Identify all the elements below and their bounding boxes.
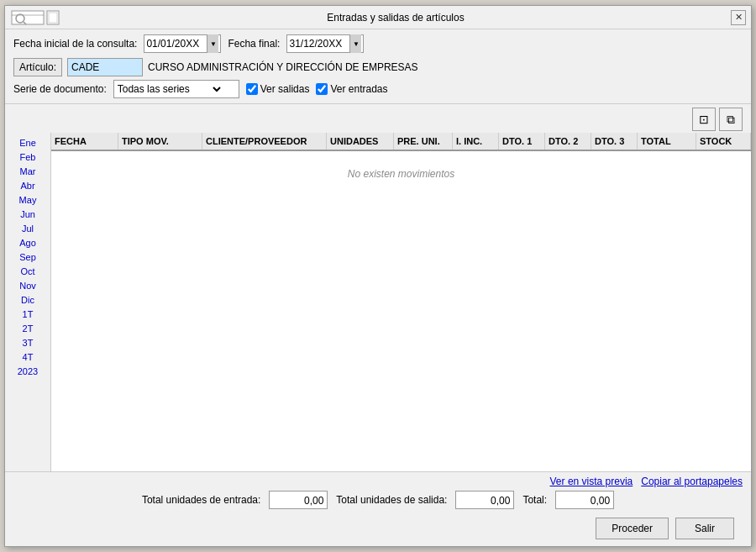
content-area: Ene Feb Mar Abr May Jun Jul Ago Sep Oct … — [5, 133, 751, 471]
th-pre-uni: PRE. UNI. — [394, 133, 453, 150]
title-bar-left — [10, 9, 60, 26]
sidebar-item-2t[interactable]: 2T — [5, 322, 50, 335]
th-unidades: UNIDADES — [327, 133, 394, 150]
copy-icon: ⧉ — [727, 113, 735, 127]
preview-link[interactable]: Ver en vista previa — [550, 476, 633, 487]
copy-link[interactable]: Copiar al portapapeles — [641, 476, 743, 487]
th-tipo-mov: TIPO MOV. — [118, 133, 202, 150]
articulo-code-input[interactable] — [67, 58, 143, 76]
total-entrada-value: 0,00 — [269, 491, 328, 509]
toolbar: Fecha inicial de la consulta: ▼ Fecha fi… — [5, 29, 751, 104]
sidebar-item-ago[interactable]: Ago — [5, 236, 50, 250]
fecha-inicial-field[interactable]: ▼ — [144, 34, 221, 53]
article-row: Artículo: CURSO ADMINISTRACIÓN Y DIRECCI… — [13, 58, 743, 76]
sidebar-item-4t[interactable]: 4T — [5, 350, 50, 364]
sidebar-item-mar[interactable]: Mar — [5, 165, 50, 178]
bottom-bar: Ver en vista previa Copiar al portapapel… — [5, 471, 751, 546]
sidebar-item-oct[interactable]: Oct — [5, 265, 50, 278]
sidebar-item-ene[interactable]: Ene — [5, 136, 50, 150]
th-dto2: DTO. 2 — [545, 133, 591, 150]
proceder-button[interactable]: Proceder — [596, 518, 669, 539]
fecha-final-arrow[interactable]: ▼ — [349, 34, 361, 53]
table-body: No existen movimientos — [51, 151, 751, 471]
sidebar-item-jun[interactable]: Jun — [5, 208, 50, 221]
th-stock: STOCK — [696, 133, 751, 150]
total-label: Total: — [522, 494, 547, 506]
ver-salidas-checkbox[interactable] — [246, 83, 258, 95]
sidebar-item-2023[interactable]: 2023 — [5, 365, 50, 378]
th-dto1: DTO. 1 — [499, 133, 545, 150]
ver-salidas-label: Ver salidas — [260, 83, 310, 95]
series-select-wrap[interactable]: Todas las series — [113, 80, 239, 98]
window-title: Entradas y salidas de artículos — [60, 12, 731, 24]
fecha-inicial-label: Fecha inicial de la consulta: — [13, 38, 137, 50]
th-total: TOTAL — [638, 133, 696, 150]
articulo-button[interactable]: Artículo: — [13, 58, 62, 76]
select-icon: ⊡ — [699, 113, 709, 126]
close-button[interactable]: ✕ — [731, 10, 746, 25]
sidebar-item-abr[interactable]: Abr — [5, 179, 50, 192]
main-window: Entradas y salidas de artículos ✕ Fecha … — [4, 5, 752, 547]
th-dto3: DTO. 3 — [591, 133, 638, 150]
sidebar-item-3t[interactable]: 3T — [5, 336, 50, 350]
series-row: Serie de documento: Todas las series Ver… — [13, 80, 743, 98]
sidebar-item-may[interactable]: May — [5, 193, 50, 207]
articulo-description: CURSO ADMINISTRACIÓN Y DIRECCIÓN DE EMPR… — [148, 61, 418, 73]
th-cliente-proveedor: CLIENTE/PROVEEDOR — [202, 133, 327, 150]
totals-row: Total unidades de entrada: 0,00 Total un… — [13, 491, 743, 509]
series-select[interactable]: Todas las series — [114, 81, 223, 97]
sidebar-item-sep[interactable]: Sep — [5, 250, 50, 264]
month-sidebar: Ene Feb Mar Abr May Jun Jul Ago Sep Oct … — [5, 133, 51, 471]
total-salida-label: Total unidades de salida: — [336, 494, 447, 506]
ver-entradas-wrap: Ver entradas — [316, 83, 387, 95]
th-i-inc: I. INC. — [453, 133, 499, 150]
fecha-final-label: Fecha final: — [228, 38, 280, 50]
sidebar-item-dic[interactable]: Dic — [5, 293, 50, 307]
table-container: FECHA TIPO MOV. CLIENTE/PROVEEDOR UNIDAD… — [51, 133, 751, 471]
fecha-inicial-arrow[interactable]: ▼ — [207, 34, 218, 53]
select-icon-button[interactable]: ⊡ — [692, 108, 716, 131]
ver-salidas-wrap: Ver salidas — [246, 83, 310, 95]
date-row: Fecha inicial de la consulta: ▼ Fecha fi… — [13, 34, 743, 53]
total-value: 0,00 — [555, 491, 614, 509]
ver-entradas-checkbox[interactable] — [316, 83, 328, 95]
buttons-row: Proceder Salir — [13, 514, 743, 543]
total-entrada-label: Total unidades de entrada: — [142, 494, 260, 506]
ver-entradas-label: Ver entradas — [330, 83, 387, 95]
icon-buttons-row: ⊡ ⧉ — [5, 104, 751, 133]
salir-button[interactable]: Salir — [675, 518, 734, 539]
window-icon — [10, 9, 60, 26]
fecha-final-field[interactable]: ▼ — [286, 34, 364, 53]
fecha-inicial-input[interactable] — [146, 38, 207, 50]
serie-label: Serie de documento: — [13, 83, 107, 95]
sidebar-item-1t[interactable]: 1T — [5, 308, 50, 321]
sidebar-item-jul[interactable]: Jul — [5, 222, 50, 235]
total-salida-value: 0,00 — [455, 491, 514, 509]
copy-icon-button[interactable]: ⧉ — [719, 108, 743, 131]
title-bar: Entradas y salidas de artículos ✕ — [5, 6, 751, 29]
preview-links: Ver en vista previa Copiar al portapapel… — [13, 476, 743, 491]
table-header: FECHA TIPO MOV. CLIENTE/PROVEEDOR UNIDAD… — [51, 133, 751, 151]
sidebar-item-nov[interactable]: Nov — [5, 279, 50, 292]
sidebar-item-feb[interactable]: Feb — [5, 150, 50, 164]
no-movements-message: No existen movimientos — [348, 168, 454, 180]
th-fecha: FECHA — [51, 133, 118, 150]
fecha-final-input[interactable] — [289, 38, 349, 50]
